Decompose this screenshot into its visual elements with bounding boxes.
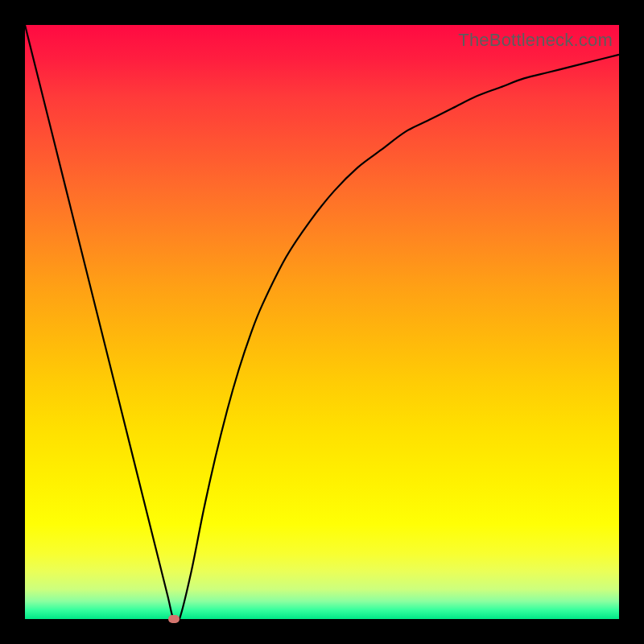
optimal-point-marker <box>168 615 180 623</box>
bottleneck-curve <box>25 25 619 619</box>
watermark-text: TheBottleneck.com <box>458 30 613 51</box>
plot-area: TheBottleneck.com <box>25 25 619 619</box>
curve-layer <box>25 25 619 619</box>
chart-frame: TheBottleneck.com <box>0 0 644 644</box>
